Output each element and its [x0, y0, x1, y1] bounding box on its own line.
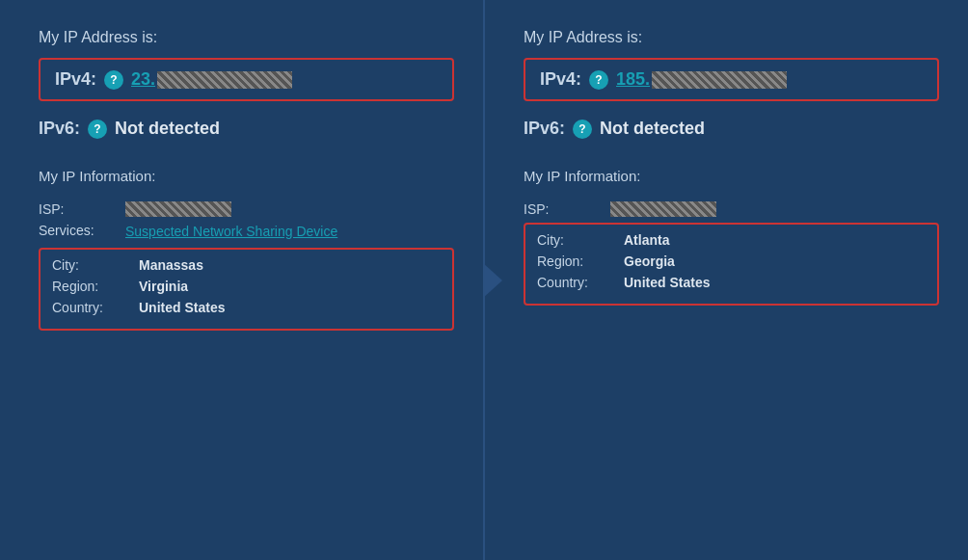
right-country-row: Country: United States	[537, 275, 926, 290]
right-ip-title: My IP Address is:	[524, 29, 939, 46]
left-ipv4-box: IPv4: ? 23.	[39, 58, 454, 101]
right-ipv4-redacted	[652, 71, 787, 89]
left-ipv4-redacted	[157, 71, 292, 89]
left-services-label: Services:	[39, 223, 125, 238]
left-country-row: Country: United States	[52, 300, 441, 315]
right-ipv4-label: IPv4:	[540, 69, 581, 90]
right-ipv6-label: IPv6:	[524, 119, 565, 139]
left-services-link[interactable]: Suspected Network Sharing Device	[125, 223, 337, 242]
right-info-table: ISP: City: Atlanta Region: Georgia Count…	[524, 201, 939, 306]
left-ipv6-row: IPv6: ? Not detected	[39, 119, 454, 139]
left-ip-title: My IP Address is:	[39, 29, 454, 46]
right-ipv4-prefix: 185.	[616, 69, 787, 90]
right-panel: My IP Address is: IPv4: ? 185. IPv6: ? N…	[485, 0, 968, 560]
left-panel: My IP Address is: IPv4: ? 23. IPv6: ? No…	[0, 0, 485, 560]
left-ipv4-label: IPv4:	[55, 69, 96, 90]
left-ipv6-value: Not detected	[115, 119, 220, 139]
left-ipv4-prefix: 23.	[131, 69, 292, 90]
right-ipv6-question-icon[interactable]: ?	[573, 120, 592, 139]
right-ipv4-box: IPv4: ? 185.	[524, 58, 939, 101]
left-ipv6-label: IPv6:	[39, 119, 80, 139]
left-isp-label: ISP:	[39, 201, 125, 217]
right-country-value: United States	[624, 275, 710, 290]
left-ipv6-question-icon[interactable]: ?	[88, 120, 107, 139]
right-ipv6-value: Not detected	[600, 119, 705, 139]
left-country-label: Country:	[52, 300, 139, 315]
right-city-value: Atlanta	[624, 232, 669, 248]
left-region-label: Region:	[52, 279, 139, 294]
right-ipv6-row: IPv6: ? Not detected	[524, 119, 939, 139]
right-region-label: Region:	[537, 253, 624, 269]
left-region-value: Virginia	[139, 279, 188, 294]
left-region-row: Region: Virginia	[52, 279, 441, 294]
right-region-value: Georgia	[624, 253, 675, 269]
left-info-table: ISP: Services: Suspected Network Sharing…	[39, 201, 454, 331]
right-city-row: City: Atlanta	[537, 232, 926, 248]
left-location-box: City: Manassas Region: Virginia Country:…	[39, 248, 454, 331]
right-isp-label: ISP:	[524, 201, 610, 217]
left-city-label: City:	[52, 257, 139, 273]
right-info-title: My IP Information:	[524, 168, 939, 184]
left-isp-redacted	[125, 201, 231, 217]
right-ipv4-question-icon[interactable]: ?	[589, 70, 608, 90]
left-city-row: City: Manassas	[52, 257, 441, 273]
right-city-label: City:	[537, 232, 624, 248]
left-city-value: Manassas	[139, 257, 203, 273]
right-region-row: Region: Georgia	[537, 253, 926, 269]
right-location-box: City: Atlanta Region: Georgia Country: U…	[524, 223, 939, 306]
left-info-title: My IP Information:	[39, 168, 454, 184]
left-arrow-indicator	[483, 263, 502, 298]
left-ipv4-question-icon[interactable]: ?	[104, 70, 123, 90]
right-isp-row: ISP:	[524, 201, 939, 217]
left-isp-row: ISP:	[39, 201, 454, 217]
right-isp-redacted	[610, 201, 716, 217]
left-services-row: Services: Suspected Network Sharing Devi…	[39, 223, 454, 242]
right-country-label: Country:	[537, 275, 624, 290]
left-country-value: United States	[139, 300, 225, 315]
panels-container: My IP Address is: IPv4: ? 23. IPv6: ? No…	[0, 0, 968, 560]
